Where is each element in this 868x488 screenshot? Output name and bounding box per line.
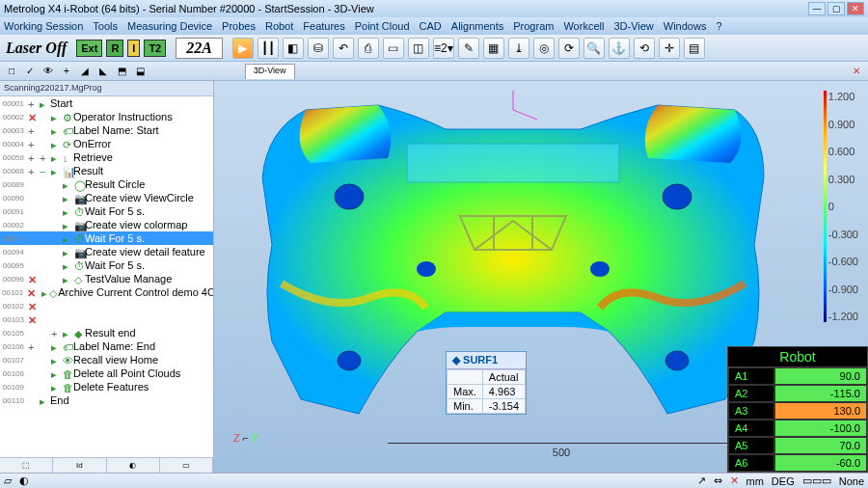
tree-list[interactable]: 00001+▸Start00002✕▸⚙Operator Instruction… <box>0 96 213 457</box>
tree-row[interactable]: 00101✕▸◇Archive Current Control demo 4C … <box>0 285 213 299</box>
robot-row-A2: A2-115.0 <box>728 385 867 402</box>
tree-row[interactable]: 00092▸📷Create view colormap <box>0 218 213 231</box>
robot-row-A3: A3130.0 <box>728 402 867 420</box>
robot-panel: Robot A190.0A2-115.0A3130.0A4-100.0A570.… <box>727 346 868 473</box>
menu-tools[interactable]: Tools <box>93 20 118 32</box>
menu-alignments[interactable]: Alignments <box>451 20 503 32</box>
tree-row[interactable]: 00105+▸◆Result end <box>0 326 213 339</box>
t2-close[interactable]: ✕ <box>849 64 864 79</box>
tool-cube[interactable]: ◫ <box>408 38 429 59</box>
tree-row[interactable]: 00102✕ <box>0 299 213 312</box>
tag-i[interactable]: I <box>127 40 140 57</box>
tool-view1[interactable]: ◧ <box>283 38 304 59</box>
svg-point-3 <box>665 351 689 370</box>
tree-row[interactable]: 00058++▸↓Retrieve <box>0 150 213 164</box>
menu-program[interactable]: Program <box>513 20 554 32</box>
tree-row[interactable]: 00068+−▸📊Result <box>0 164 213 177</box>
laser-status[interactable]: Laser Off <box>6 40 67 57</box>
tag-r[interactable]: R <box>106 40 123 57</box>
t2-new[interactable]: □ <box>4 64 19 79</box>
t2-d[interactable]: ⬓ <box>132 64 148 79</box>
view-tab[interactable]: 3D-View <box>245 64 295 79</box>
tool-print[interactable]: ⎙ <box>358 38 379 59</box>
menu-windows[interactable]: Windows <box>664 20 707 32</box>
tag-ext[interactable]: Ext <box>76 40 102 57</box>
axis-indicator: Z ⌐ Y <box>233 432 258 444</box>
t2-eye[interactable]: 👁 <box>41 64 56 79</box>
tree-row[interactable]: 00003+▸🏷Label Name: Start <box>0 123 213 137</box>
tool-export[interactable]: ⤓ <box>508 38 529 59</box>
close-button[interactable]: ✕ <box>847 2 864 15</box>
main-toolbar: Laser Off Ext R I T2 22A ▶ ┃┃ ◧ ⛁ ↶ ⎙ ▭ … <box>0 35 868 62</box>
tree-row[interactable]: 00093▸⏱Wait For 5 s. <box>0 231 213 245</box>
color-scale: 1.2000.9000.6000.3000-0.300-0.600-0.900-… <box>824 91 858 322</box>
menu-point-cloud[interactable]: Point Cloud <box>355 20 410 32</box>
tree-row[interactable]: 00096✕▸◇TestValue Manage <box>0 272 213 285</box>
tf-2[interactable]: Id <box>53 458 106 473</box>
maximize-button[interactable]: ▢ <box>827 2 845 15</box>
t2-b[interactable]: ◣ <box>95 64 111 79</box>
sb-icon1[interactable]: ▱ <box>4 474 12 487</box>
menu-working-session[interactable]: Working Session <box>4 20 83 32</box>
svg-point-5 <box>590 261 610 277</box>
tool-anchor[interactable]: ⚓ <box>609 38 630 59</box>
tree-row[interactable]: 00004+▸⟳OnError <box>0 137 213 150</box>
tool-target[interactable]: ◎ <box>533 38 555 59</box>
robot-row-A1: A190.0 <box>728 367 867 385</box>
tree-row[interactable]: 00095▸⏱Wait For 5 s. <box>0 258 213 272</box>
sb-mm: mm <box>746 475 764 487</box>
tool-disk[interactable]: ⛁ <box>308 38 329 59</box>
tool-sheet[interactable]: ▦ <box>483 38 504 59</box>
play-button[interactable]: ▶ <box>232 38 254 59</box>
tool-refresh[interactable]: ⟳ <box>558 38 580 59</box>
menu-workcell[interactable]: Workcell <box>563 20 604 32</box>
svg-point-1 <box>663 184 692 209</box>
tree-row[interactable]: 00001+▸Start <box>0 96 213 110</box>
tree-row[interactable]: 00107▸👁Recall view Home <box>0 353 213 366</box>
sb-deg: DEG <box>772 475 795 487</box>
menu-cad[interactable]: CAD <box>420 20 442 32</box>
tree-row[interactable]: 00106+▸🏷Label Name: End <box>0 339 213 353</box>
tree-row[interactable]: 00091▸⏱Wait For 5 s. <box>0 204 213 218</box>
menu-probes[interactable]: Probes <box>222 20 256 32</box>
t2-mag[interactable]: + <box>59 64 74 79</box>
tool-box[interactable]: ▭ <box>383 38 404 59</box>
tf-1[interactable]: ⬚ <box>0 458 53 473</box>
sb-icon2[interactable]: ◐ <box>19 474 29 487</box>
tool-layers[interactable]: ≡2▾ <box>433 38 454 59</box>
menu-?[interactable]: ? <box>716 20 721 32</box>
3d-viewport[interactable]: Z ⌐ Y 500 1.2000.9000.6000.3000-0.300-0.… <box>214 81 868 473</box>
tool-axis[interactable]: ✛ <box>659 38 680 59</box>
tf-4[interactable]: ▭ <box>160 458 213 473</box>
tree-row[interactable]: 00108▸🗑Delete all Point Clouds <box>0 366 213 380</box>
t2-c[interactable]: ⬒ <box>114 64 129 79</box>
svg-line-7 <box>513 110 537 120</box>
t2-chk[interactable]: ✓ <box>22 64 38 79</box>
svg-point-4 <box>417 261 436 277</box>
amperage: 22A <box>176 38 223 59</box>
tree-row[interactable]: 00002✕▸⚙Operator Instructions <box>0 110 213 123</box>
tag-t2[interactable]: T2 <box>144 40 166 57</box>
menu-features[interactable]: Features <box>303 20 344 32</box>
pause-button[interactable]: ┃┃ <box>258 38 279 59</box>
tree-row[interactable]: 00109▸🗑Delete Features <box>0 380 213 393</box>
t2-a[interactable]: ◢ <box>77 64 93 79</box>
status-bar: ▱ ◐ ↗ ⇔ ✕ mm DEG ▭▭▭ None <box>0 473 868 488</box>
tool-grid[interactable]: ▤ <box>684 38 705 59</box>
tool-undo[interactable]: ↶ <box>333 38 354 59</box>
tree-row[interactable]: 00089▸◯Result Circle <box>0 177 213 191</box>
tool-edit[interactable]: ✎ <box>458 38 479 59</box>
tree-tab[interactable]: Scanning220217.MgProg <box>0 81 213 96</box>
minimize-button[interactable]: — <box>808 2 826 15</box>
tool-zoom[interactable]: 🔍 <box>583 38 605 59</box>
tree-footer: ⬚ Id ◐ ▭ <box>0 457 213 473</box>
menu-robot[interactable]: Robot <box>265 20 293 32</box>
tree-row[interactable]: 00090▸📷Create view ViewCircle <box>0 191 213 204</box>
tree-row[interactable]: 00103✕ <box>0 312 213 326</box>
menu-3d-view[interactable]: 3D-View <box>613 20 653 32</box>
tool-rot[interactable]: ⟲ <box>634 38 655 59</box>
tree-row[interactable]: 00110▸End <box>0 393 213 407</box>
tree-row[interactable]: 00094▸📷Create view detail feature <box>0 245 213 258</box>
tf-3[interactable]: ◐ <box>107 458 160 473</box>
menu-measuring-device[interactable]: Measuring Device <box>127 20 212 32</box>
